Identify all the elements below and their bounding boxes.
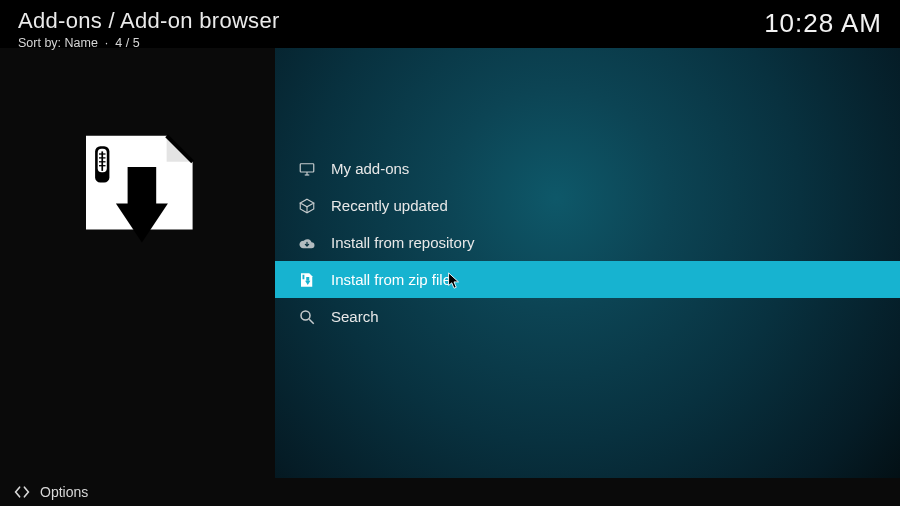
options-icon[interactable] [14,485,30,499]
menu-label: My add-ons [331,160,409,177]
menu-label: Search [331,308,379,325]
zip-download-icon [293,271,321,289]
svg-point-18 [301,311,310,320]
main: My add-ons Recently updated Install from… [0,48,900,478]
breadcrumb: Add-ons / Add-on browser [18,8,764,34]
sidebar [0,48,275,478]
svg-rect-15 [306,277,309,281]
menu-label: Install from zip file [331,271,451,288]
menu-label: Recently updated [331,197,448,214]
menu-install-from-zip-file[interactable]: Install from zip file [275,261,900,298]
list-position: 4 / 5 [115,36,139,50]
cloud-download-icon [293,234,321,252]
options-label[interactable]: Options [40,484,88,500]
menu-label: Install from repository [331,234,474,251]
search-icon [293,308,321,326]
clock: 10:28 AM [764,8,882,39]
sort-info: Sort by: Name · 4 / 5 [18,36,764,50]
box-icon [293,197,321,215]
svg-line-19 [309,319,314,324]
footer: Options [0,478,900,506]
menu-search[interactable]: Search [275,298,900,335]
menu-recently-updated[interactable]: Recently updated [275,187,900,224]
menu-list: My add-ons Recently updated Install from… [275,48,900,478]
header: Add-ons / Add-on browser Sort by: Name ·… [0,0,900,48]
install-from-zip-hero-icon [73,128,203,262]
svg-marker-12 [300,199,314,207]
menu-install-from-repository[interactable]: Install from repository [275,224,900,261]
sort-label: Sort by: Name [18,36,98,50]
svg-rect-7 [127,167,156,205]
monitor-icon [293,160,321,178]
svg-rect-9 [300,163,314,171]
menu-my-addons[interactable]: My add-ons [275,150,900,187]
svg-rect-14 [303,274,305,279]
